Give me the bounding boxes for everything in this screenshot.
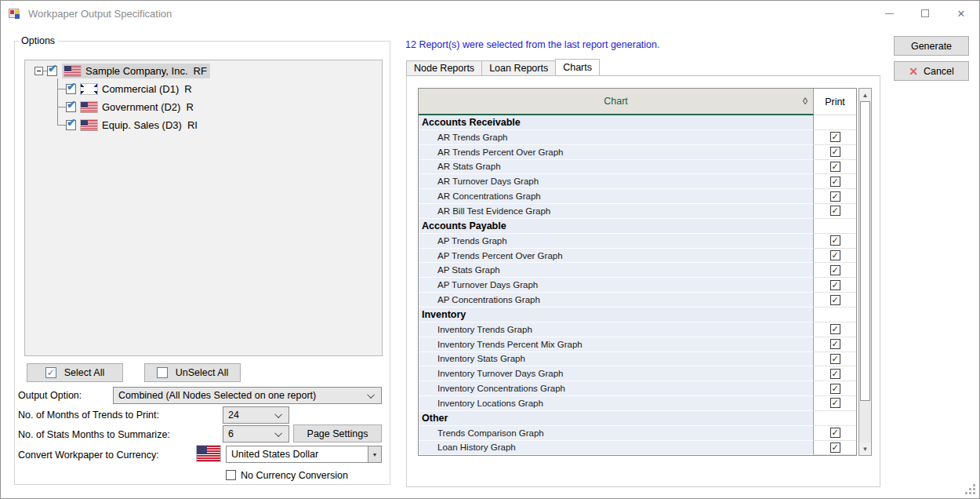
print-checkbox[interactable]: ✓ bbox=[830, 280, 840, 290]
tab-node-reports[interactable]: Node Reports bbox=[406, 60, 482, 75]
us-flag-icon bbox=[197, 446, 220, 461]
tree-select-all-button[interactable]: Select All bbox=[27, 363, 123, 382]
tab-charts[interactable]: Charts bbox=[555, 59, 600, 75]
chart-item-row[interactable]: Inventory Concentrations Graph✓ bbox=[419, 381, 856, 396]
chart-group-name: Other bbox=[419, 411, 814, 426]
print-checkbox[interactable]: ✓ bbox=[830, 428, 840, 438]
chart-item-print-cell: ✓ bbox=[814, 352, 856, 367]
tree-node-checkbox[interactable] bbox=[66, 102, 76, 112]
chart-column-header[interactable]: Chart ◊ bbox=[419, 89, 814, 115]
print-checkbox[interactable]: ✓ bbox=[830, 132, 840, 142]
chart-item-row[interactable]: AP Concentrations Graph✓ bbox=[419, 293, 856, 308]
scrollbar-thumb[interactable] bbox=[860, 101, 870, 401]
chart-item-row[interactable]: AR Concentrations Graph✓ bbox=[419, 189, 856, 204]
no-currency-conversion-checkbox[interactable] bbox=[226, 470, 236, 480]
chart-item-print-cell: ✓ bbox=[814, 160, 856, 175]
chart-item-row[interactable]: AR Trends Percent Over Graph✓ bbox=[419, 145, 856, 160]
output-option-value: Combined (All Nodes Selected on one repo… bbox=[118, 390, 316, 401]
chart-item-row[interactable]: AR Stats Graph✓ bbox=[419, 160, 856, 175]
uk-cross bbox=[81, 84, 97, 94]
chart-item-print-cell: ✓ bbox=[814, 234, 856, 249]
chart-item-label: AP Trends Percent Over Graph bbox=[419, 249, 814, 264]
chart-item-print-cell: ✓ bbox=[814, 174, 856, 189]
chart-item-row[interactable]: AP Stats Graph✓ bbox=[419, 263, 856, 278]
chart-item-row[interactable]: Inventory Turnover Days Graph✓ bbox=[419, 366, 856, 381]
chart-item-row[interactable]: AR Turnover Days Graph✓ bbox=[419, 174, 856, 189]
tree-node-child[interactable]: Commercial (D1)R bbox=[66, 81, 192, 97]
chart-item-row[interactable]: AR Bill Test Evidence Graph✓ bbox=[419, 204, 856, 219]
tree-node-suffix: R bbox=[184, 83, 191, 95]
tree-root-label: Sample Company, Inc. bbox=[85, 65, 188, 77]
print-checkbox[interactable]: ✓ bbox=[830, 324, 840, 334]
tree-node-child[interactable]: Equip. Sales (D3)RI bbox=[66, 117, 198, 133]
tree-node-checkbox[interactable] bbox=[66, 84, 76, 94]
currency-dropdown[interactable]: United States Dollar ▼ bbox=[226, 446, 382, 463]
print-checkbox[interactable]: ✓ bbox=[830, 147, 840, 157]
tree-root-selection[interactable]: Sample Company, Inc. RF bbox=[62, 64, 210, 78]
scrollbar-track[interactable] bbox=[859, 401, 871, 443]
print-checkbox[interactable]: ✓ bbox=[830, 162, 840, 172]
months-trends-dropdown[interactable]: 24 bbox=[223, 406, 289, 424]
chart-item-row[interactable]: Loan History Graph✓ bbox=[419, 441, 856, 456]
dropdown-arrow-icon[interactable]: ▼ bbox=[368, 446, 381, 462]
print-checkbox[interactable]: ✓ bbox=[830, 295, 840, 305]
print-checkbox[interactable]: ✓ bbox=[830, 384, 840, 394]
print-checkbox[interactable]: ✓ bbox=[830, 398, 840, 408]
chart-item-row[interactable]: AR Trends Graph✓ bbox=[419, 130, 856, 145]
output-option-label: Output Option: bbox=[18, 390, 82, 401]
table-scrollbar[interactable]: ▲ ▼ bbox=[858, 88, 872, 456]
tree-unselect-all-button[interactable]: UnSelect All bbox=[144, 363, 241, 382]
print-checkbox[interactable]: ✓ bbox=[830, 354, 840, 364]
chart-item-row[interactable]: Inventory Locations Graph✓ bbox=[419, 396, 856, 411]
sort-diamond-icon[interactable]: ◊ bbox=[803, 96, 808, 107]
resize-grip[interactable] bbox=[973, 492, 975, 494]
chart-item-row[interactable]: AP Trends Percent Over Graph✓ bbox=[419, 249, 856, 264]
chart-item-row[interactable]: Inventory Trends Percent Mix Graph✓ bbox=[419, 337, 856, 352]
chart-item-row[interactable]: Inventory Stats Graph✓ bbox=[419, 352, 856, 367]
output-option-dropdown[interactable]: Combined (All Nodes Selected on one repo… bbox=[113, 387, 382, 404]
unchecked-checkbox-icon bbox=[157, 367, 168, 378]
chart-item-row[interactable]: AP Turnover Days Graph✓ bbox=[419, 278, 856, 293]
scroll-down-icon[interactable]: ▼ bbox=[859, 443, 871, 455]
cancel-button[interactable]: ✕ Cancel bbox=[894, 61, 969, 81]
print-checkbox[interactable]: ✓ bbox=[830, 191, 840, 202]
no-currency-conversion-label: No Currency Conversion bbox=[241, 470, 348, 481]
node-tree-panel[interactable]: Sample Company, Inc. RF Commercial (D1)R… bbox=[24, 60, 383, 356]
print-checkbox[interactable]: ✓ bbox=[830, 369, 840, 379]
tree-node-checkbox[interactable] bbox=[66, 120, 76, 130]
scroll-up-icon[interactable]: ▲ bbox=[859, 89, 871, 101]
print-checkbox[interactable]: ✓ bbox=[830, 443, 840, 453]
chart-group-name: Accounts Receivable bbox=[419, 115, 814, 130]
chart-item-label: Inventory Concentrations Graph bbox=[419, 381, 814, 396]
chart-group-print-cell bbox=[814, 115, 856, 130]
chart-item-row[interactable]: Trends Comparison Graph✓ bbox=[419, 426, 856, 441]
print-checkbox[interactable]: ✓ bbox=[830, 235, 840, 246]
currency-label: Convert Workpaper to Currency: bbox=[18, 450, 159, 461]
print-checkbox[interactable]: ✓ bbox=[830, 206, 840, 216]
tree-node-child[interactable]: Government (D2)R bbox=[66, 99, 194, 115]
chart-item-print-cell: ✓ bbox=[814, 381, 856, 396]
generate-label: Generate bbox=[911, 41, 952, 52]
chart-item-label: AP Concentrations Graph bbox=[419, 293, 814, 308]
minimize-button[interactable] bbox=[871, 1, 907, 26]
print-checkbox[interactable]: ✓ bbox=[830, 177, 840, 187]
maximize-button[interactable] bbox=[907, 1, 943, 26]
stats-months-dropdown[interactable]: 6 bbox=[223, 425, 289, 443]
tree-root-checkbox[interactable] bbox=[47, 66, 57, 76]
chevron-down-icon bbox=[367, 391, 375, 399]
tab-loan-reports[interactable]: Loan Reports bbox=[481, 60, 556, 75]
chart-group-row: Accounts Receivable bbox=[419, 115, 856, 130]
close-button[interactable]: ✕ bbox=[943, 1, 979, 26]
chart-item-row[interactable]: AP Trends Graph✓ bbox=[419, 234, 856, 249]
chart-item-row[interactable]: Inventory Trends Graph✓ bbox=[419, 322, 856, 337]
generate-button[interactable]: Generate bbox=[894, 36, 969, 56]
print-checkbox[interactable]: ✓ bbox=[830, 250, 840, 260]
print-checkbox[interactable]: ✓ bbox=[830, 339, 840, 349]
tree-collapse-icon[interactable] bbox=[34, 67, 43, 75]
print-column-header[interactable]: Print bbox=[814, 89, 856, 115]
print-checkbox[interactable]: ✓ bbox=[830, 265, 840, 275]
chart-item-label: AP Trends Graph bbox=[419, 234, 814, 249]
page-settings-button[interactable]: Page Settings bbox=[293, 424, 382, 443]
months-trends-label: No. of Months of Trends to Print: bbox=[18, 410, 159, 421]
tree-node-root[interactable]: Sample Company, Inc. RF bbox=[34, 63, 210, 78]
